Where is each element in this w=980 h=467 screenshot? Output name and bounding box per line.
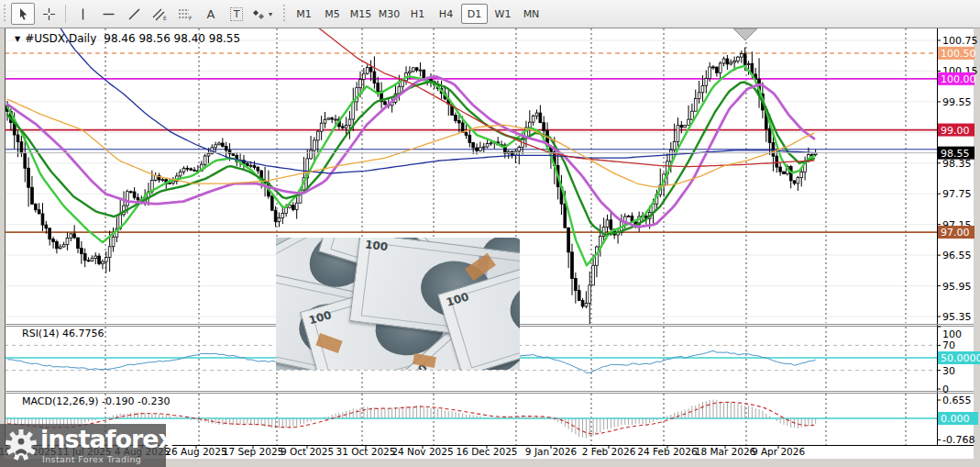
- candle-down: [457, 120, 460, 123]
- candle-down: [232, 154, 235, 156]
- svg-text:0.000: 0.000: [941, 413, 970, 425]
- svg-text:100.75: 100.75: [942, 35, 978, 47]
- candle-up: [345, 126, 347, 128]
- svg-text:95.35: 95.35: [942, 311, 972, 323]
- candle-up: [207, 153, 210, 156]
- macd-indicator-label: MACD(12,26,9) -0.190 -0.230: [22, 395, 170, 407]
- candle-down: [38, 210, 40, 214]
- candle-down: [228, 150, 231, 154]
- candle-down: [34, 204, 37, 209]
- dollar-bills-photo: 1001001001001001001001001001001001001001…: [276, 238, 520, 370]
- candle-up: [701, 85, 704, 93]
- candle-down: [472, 142, 475, 147]
- svg-text:-0.768: -0.768: [942, 434, 974, 446]
- candle-up: [518, 147, 521, 150]
- candle-down: [776, 156, 778, 167]
- svg-text:99.00: 99.00: [941, 125, 970, 137]
- candle-down: [539, 113, 542, 123]
- candle-up: [320, 123, 323, 131]
- rsi-indicator-label: RSI(14) 46.7756: [22, 328, 104, 339]
- candle-up: [490, 143, 492, 144]
- svg-text:96.55: 96.55: [942, 250, 972, 261]
- candle-up: [112, 237, 115, 247]
- candle-up: [691, 111, 694, 119]
- candle-down: [377, 83, 380, 92]
- candle-down: [80, 249, 83, 254]
- date-label: 31 Oct 2025: [336, 446, 396, 457]
- candle-down: [190, 169, 193, 170]
- candle-down: [193, 170, 196, 171]
- candle-up: [482, 147, 485, 148]
- candle-up: [709, 67, 711, 79]
- svg-text:99.55: 99.55: [942, 96, 972, 108]
- candle-down: [20, 142, 23, 153]
- candle-up: [747, 63, 750, 64]
- chart-ohlc-values: 98.46 98.56 98.40 98.55: [104, 32, 240, 45]
- candle-up: [412, 68, 414, 72]
- candle-up: [215, 145, 217, 148]
- candle-down: [257, 167, 259, 171]
- candle-down: [571, 252, 574, 279]
- candle-up: [698, 93, 700, 99]
- candle-down: [743, 54, 746, 65]
- svg-text:0.655: 0.655: [942, 395, 972, 406]
- candle-down: [567, 228, 570, 252]
- date-label: 9 Apr 2026: [752, 446, 806, 457]
- svg-text:97.00: 97.00: [941, 227, 970, 239]
- candle-up: [316, 131, 319, 140]
- candle-down: [373, 72, 376, 83]
- candle-down: [31, 187, 34, 204]
- date-label: 9 Jan 2026: [525, 446, 578, 457]
- candle-up: [800, 172, 803, 177]
- date-label: 26 Aug 2025: [165, 446, 226, 457]
- candle-down: [783, 172, 786, 173]
- candle-up: [169, 183, 171, 183]
- candle-up: [105, 258, 107, 262]
- terminal-window: EFAT▾ M1M5M15M30H1H4D1W1MN 100.75100.159…: [0, 0, 980, 467]
- svg-text:100.00: 100.00: [941, 73, 976, 85]
- candle-up: [688, 119, 690, 125]
- candle-down: [574, 278, 577, 290]
- candle-down: [610, 220, 612, 229]
- candle-up: [70, 234, 72, 238]
- candle-up: [281, 213, 284, 217]
- candle-up: [278, 218, 281, 222]
- candle-up: [59, 247, 61, 249]
- candle-down: [73, 234, 76, 238]
- collapse-arrow-icon[interactable]: ▼: [15, 35, 20, 43]
- candle-up: [362, 73, 365, 79]
- candle-up: [627, 216, 630, 217]
- candle-up: [249, 165, 252, 166]
- candle-down: [476, 148, 479, 150]
- candle-down: [772, 143, 775, 157]
- candle-up: [730, 62, 732, 64]
- candle-down: [41, 214, 44, 225]
- candle-down: [415, 68, 418, 71]
- candle-up: [677, 126, 679, 142]
- candle-down: [17, 135, 19, 142]
- candle-up: [182, 168, 185, 172]
- candle-up: [684, 125, 687, 127]
- candle-up: [359, 80, 362, 88]
- candle-up: [161, 180, 164, 181]
- candle-down: [779, 167, 782, 172]
- candle-up: [102, 261, 105, 263]
- candle-up: [335, 119, 337, 120]
- date-label: 9 Oct 2025: [281, 446, 334, 457]
- candle-up: [722, 59, 725, 63]
- candle-down: [468, 135, 471, 142]
- candle-down: [129, 192, 132, 193]
- chart-symbol-period: #USDX,Daily: [25, 32, 96, 45]
- candle-up: [737, 57, 740, 61]
- candle-up: [532, 116, 534, 122]
- candle-up: [733, 61, 736, 62]
- svg-text:100.50: 100.50: [941, 48, 976, 60]
- candle-up: [179, 172, 182, 176]
- candle-up: [94, 256, 97, 259]
- candle-up: [694, 99, 697, 112]
- date-label: 24 Feb 2026: [637, 446, 698, 457]
- candle-down: [341, 127, 344, 128]
- candle-down: [186, 168, 189, 169]
- candle-up: [285, 207, 288, 213]
- candle-up: [719, 63, 721, 72]
